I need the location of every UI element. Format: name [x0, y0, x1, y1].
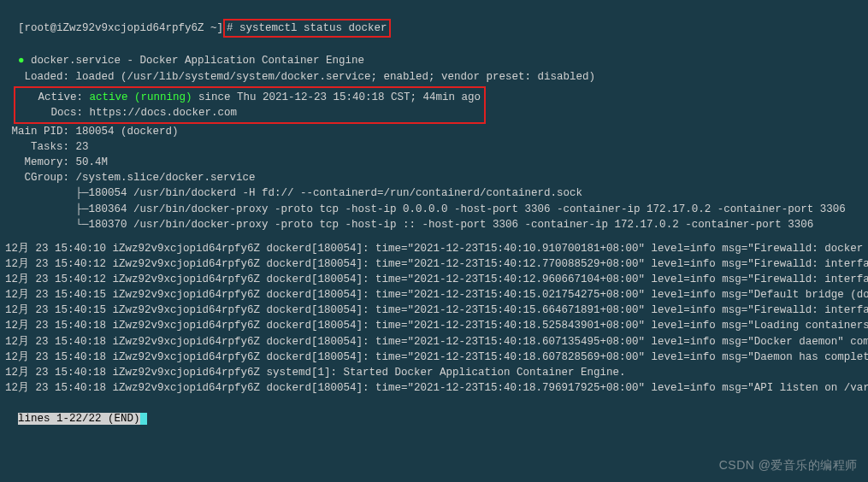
active-bullet-icon: ● — [18, 55, 25, 67]
loaded-line: Loaded: loaded (/usr/lib/systemd/system/… — [5, 69, 863, 85]
docs-line: Docs: https://docs.docker.com — [19, 105, 481, 120]
pager-status: lines 1-22/22 (END) — [18, 413, 140, 425]
log-text: 12月 23 15:40:18 iZwz92v9xcjopid64rpfy6Z … — [5, 367, 626, 379]
log-line: 12月 23 15:40:15 iZwz92v9xcjopid64rpfy6Z … — [5, 303, 863, 318]
main-pid-line: Main PID: 180054 (dockerd) — [5, 124, 863, 139]
log-text: 12月 23 15:40:12 iZwz92v9xcjopid64rpfy6Z … — [5, 273, 868, 285]
log-text: 12月 23 15:40:15 iZwz92v9xcjopid64rpfy6Z … — [5, 304, 868, 316]
log-line: 12月 23 15:40:18 iZwz92v9xcjopid64rpfy6Z … — [5, 380, 863, 396]
log-text: 12月 23 15:40:18 iZwz92v9xcjopid64rpfy6Z … — [5, 351, 868, 363]
command-highlight-box: # systemctl status docker — [223, 19, 391, 38]
cgroup-proc-1: ├─180054 /usr/bin/dockerd -H fd:// --con… — [5, 185, 863, 201]
cgroup-proc-2: ├─180364 /usr/bin/docker-proxy -proto tc… — [5, 202, 863, 217]
shell-prompt-line: [root@iZwz92v9xcjopid64rpfy6Z ~]# system… — [5, 3, 863, 38]
command-text: # systemctl status docker — [227, 22, 387, 34]
active-state: active (running) — [90, 91, 192, 103]
tasks-line: Tasks: 23 — [5, 139, 863, 155]
watermark-text: CSDN @爱音乐的编程师 — [719, 456, 858, 473]
log-line: 12月 23 15:40:18 iZwz92v9xcjopid64rpfy6Z … — [5, 350, 863, 365]
active-label: Active: — [19, 91, 90, 103]
memory-line: Memory: 50.4M — [5, 155, 863, 170]
cgroup-proc-3: └─180370 /usr/bin/docker-proxy -proto tc… — [5, 217, 863, 232]
service-header-line: ● docker.service - Docker Application Co… — [5, 38, 863, 68]
log-text: 12月 23 15:40:18 iZwz92v9xcjopid64rpfy6Z … — [5, 320, 868, 332]
service-name: docker.service - Docker Application Cont… — [25, 55, 365, 67]
log-line: 12月 23 15:40:12 iZwz92v9xcjopid64rpfy6Z … — [5, 272, 863, 287]
log-line: 12月 23 15:40:18 iZwz92v9xcjopid64rpfy6Z … — [5, 318, 863, 333]
active-since: since Thu 2021-12-23 15:40:18 CST; 44min… — [192, 91, 481, 103]
cursor-icon — [140, 413, 147, 425]
log-text: 12月 23 15:40:10 iZwz92v9xcjopid64rpfy6Z … — [5, 243, 868, 255]
log-text: 12月 23 15:40:15 iZwz92v9xcjopid64rpfy6Z … — [5, 289, 868, 301]
active-docs-highlight-box: Active: active (running) since Thu 2021-… — [14, 86, 486, 124]
pager-status-line[interactable]: lines 1-22/22 (END) — [5, 396, 863, 426]
prompt-user-host: [root@iZwz92v9xcjopid64rpfy6Z ~] — [18, 22, 223, 34]
log-text: 12月 23 15:40:18 iZwz92v9xcjopid64rpfy6Z … — [5, 336, 868, 348]
journal-log-block: 12月 23 15:40:10 iZwz92v9xcjopid64rpfy6Z … — [5, 241, 863, 396]
log-line: 12月 23 15:40:18 iZwz92v9xcjopid64rpfy6Z … — [5, 334, 863, 350]
log-text: 12月 23 15:40:12 iZwz92v9xcjopid64rpfy6Z … — [5, 258, 868, 270]
log-text: 12月 23 15:40:18 iZwz92v9xcjopid64rpfy6Z … — [5, 382, 868, 394]
log-line: 12月 23 15:40:18 iZwz92v9xcjopid64rpfy6Z … — [5, 365, 863, 380]
log-line: 12月 23 15:40:12 iZwz92v9xcjopid64rpfy6Z … — [5, 256, 863, 272]
log-line: 12月 23 15:40:15 iZwz92v9xcjopid64rpfy6Z … — [5, 287, 863, 303]
active-line: Active: active (running) since Thu 2021-… — [19, 90, 481, 105]
log-line: 12月 23 15:40:10 iZwz92v9xcjopid64rpfy6Z … — [5, 241, 863, 256]
cgroup-line: CGroup: /system.slice/docker.service — [5, 170, 863, 185]
